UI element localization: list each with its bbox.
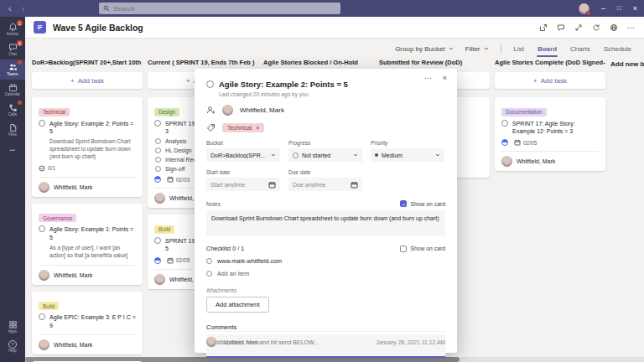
progress-field-label: Progress <box>288 140 362 146</box>
not-started-icon <box>293 153 299 158</box>
modal-close-icon[interactable]: × <box>443 74 447 82</box>
check-circle[interactable] <box>206 258 212 264</box>
due-date-placeholder: Due anytime <box>293 182 347 188</box>
teams-titlebar: ‹ › – □ × <box>0 0 644 17</box>
tab-charts[interactable]: Charts <box>569 42 591 56</box>
bucket-value: DoR>Backlog(SPRINT 20+,Start 10th Feb) <box>210 153 267 158</box>
chat-icon <box>8 43 18 52</box>
avatar <box>154 274 165 285</box>
add-task-label: Add task <box>78 77 104 85</box>
task-title: SPRINT 17: Agile Story: Example 12: Poin… <box>512 120 599 136</box>
complete-task-circle[interactable] <box>39 225 45 232</box>
avatar <box>154 193 165 204</box>
profile-avatar[interactable] <box>579 3 589 14</box>
chevron-down-icon <box>435 153 440 158</box>
tab-schedule[interactable]: Schedule <box>603 42 632 56</box>
add-checklist-item[interactable]: Add an item <box>206 270 445 277</box>
maximize-button[interactable]: □ <box>617 0 621 17</box>
more-options-icon[interactable]: ⋯ <box>627 23 636 32</box>
sidebar-item-help[interactable]: ? Help <box>0 337 25 357</box>
check-circle[interactable] <box>155 166 161 172</box>
filter-dropdown[interactable]: Filter <box>465 45 489 53</box>
feedback-icon[interactable] <box>557 23 565 32</box>
sidebar-item-files[interactable]: Files <box>0 120 25 140</box>
back-button[interactable]: ‹ <box>8 3 12 13</box>
remove-label-icon[interactable]: × <box>256 125 259 131</box>
checklist-show-on-card-checkbox[interactable] <box>400 246 407 252</box>
modal-more-icon[interactable]: ⋯ <box>424 74 432 82</box>
add-new-bucket-button[interactable]: Add new bucket <box>610 60 644 68</box>
notes-show-on-card-checkbox[interactable]: ✓ <box>400 200 407 207</box>
calendar-icon <box>8 83 18 92</box>
task-card[interactable]: Build Agile EPIC: Example 3: E P I C = 9… <box>32 292 143 354</box>
planner-app-icon <box>34 21 46 34</box>
sidebar-item-calendar[interactable]: Calendar <box>0 80 25 100</box>
assign-person-icon[interactable] <box>206 106 216 115</box>
task-card[interactable]: Technical Agile Story: Example 2: Points… <box>32 97 143 197</box>
progress-dropdown[interactable]: Not started <box>288 148 362 162</box>
label-chip: Governance <box>39 214 76 222</box>
tab-list[interactable]: List <box>513 42 525 56</box>
chat-badge: 8 <box>17 40 23 46</box>
complete-task-circle[interactable] <box>206 80 214 88</box>
group-by-dropdown[interactable]: Group by Bucket <box>395 45 454 53</box>
sidebar-item-activity[interactable]: 2 Activity <box>0 19 25 39</box>
label-chip: Build <box>154 225 174 234</box>
bucket-dropdown[interactable]: DoR>Backlog(SPRINT 20+,Start 10th Feb) <box>206 148 280 162</box>
chevron-down-icon <box>484 46 489 51</box>
add-task-button[interactable]: +Add task <box>32 72 143 89</box>
teams-alert-dot <box>18 60 22 65</box>
avatar <box>206 337 216 347</box>
complete-task-circle[interactable] <box>154 120 161 127</box>
priority-field-label: Priority <box>371 140 444 146</box>
task-card[interactable]: Documentation SPRINT 17: Agile Story: Ex… <box>495 97 605 171</box>
tab-board[interactable]: Board <box>537 42 558 56</box>
close-window-button[interactable]: × <box>633 0 637 17</box>
label-tag-icon[interactable] <box>206 123 216 132</box>
popout-icon[interactable] <box>539 23 548 32</box>
notes-textarea[interactable]: Download Sprint Burndown Chart spreadshe… <box>206 210 445 235</box>
add-attachment-button[interactable]: Add attachment <box>206 297 269 313</box>
complete-task-circle[interactable] <box>39 120 45 127</box>
complete-task-circle[interactable] <box>39 313 45 320</box>
bucket-title: Agile Stories Complete (DoD Signed-off) <box>495 59 605 69</box>
add-task-button[interactable]: +Add task <box>495 72 605 89</box>
search-bar[interactable] <box>99 3 340 14</box>
task-detail-modal: ⋯ × Agile Story: Example 2: Points = 5 L… <box>195 69 457 353</box>
label-chip[interactable]: Technical× <box>222 123 264 132</box>
label-chip: Documentation <box>501 108 547 116</box>
sidebar-item-chat[interactable]: 8 Chat <box>0 39 25 59</box>
bucket-title: Current ( SPRINT 19, Ends 7th Feb ) <box>148 59 258 69</box>
check-circle <box>206 271 212 277</box>
app-header: Wave 5 Agile Backlog ⋯ <box>25 17 644 39</box>
complete-task-circle[interactable] <box>154 237 161 244</box>
check-circle[interactable] <box>155 157 161 163</box>
sidebar-item-teams[interactable]: Teams <box>0 59 25 80</box>
sidebar-item-more[interactable]: ••• <box>0 140 25 160</box>
complete-task-circle[interactable] <box>501 120 508 127</box>
search-icon <box>103 5 110 12</box>
forward-button[interactable]: › <box>22 3 25 13</box>
rail-label: Teams <box>7 73 18 77</box>
sidebar-item-calls[interactable]: Calls <box>0 100 25 120</box>
show-on-card-label: Show on card <box>410 201 445 207</box>
search-input[interactable] <box>113 5 336 13</box>
check-circle[interactable] <box>155 138 161 144</box>
task-card[interactable]: Governance Agile Story: Example 1: Point… <box>32 204 143 285</box>
minimize-button[interactable]: – <box>601 0 605 17</box>
rail-label: Calendar <box>5 93 20 97</box>
rail-label: Help <box>8 349 16 354</box>
globe-icon[interactable] <box>610 23 618 32</box>
priority-dropdown[interactable]: Medium <box>371 148 444 162</box>
refresh-icon[interactable] <box>592 23 600 32</box>
assignee-name: Whitfield, Mark <box>54 342 92 348</box>
start-date-field[interactable]: Start anytime <box>206 178 280 191</box>
toolbar-divider <box>501 44 501 54</box>
sidebar-item-apps[interactable]: Apps <box>0 317 25 337</box>
comment-author: Whitfield, Mark <box>221 339 259 345</box>
checklist-header: Checklist 0 / 1 <box>206 245 244 252</box>
check-circle[interactable] <box>155 147 161 153</box>
resize-icon[interactable] <box>574 23 583 32</box>
due-date-field[interactable]: Due anytime <box>288 178 362 191</box>
checklist-item[interactable]: www.mark-whitfield.com <box>206 257 445 265</box>
